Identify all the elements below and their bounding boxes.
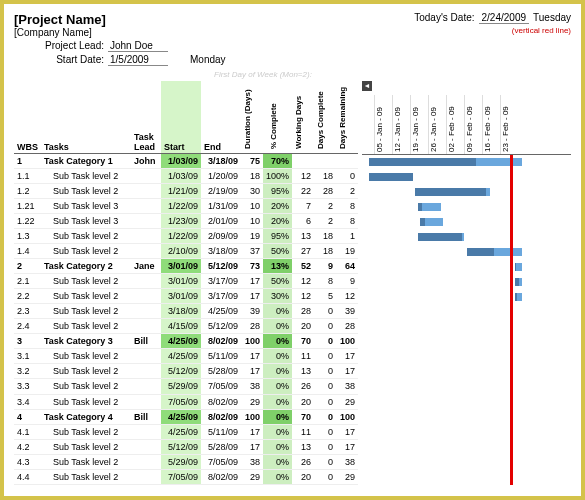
table-row[interactable]: 1.2Sub Task level 21/21/092/19/093095%22…: [14, 183, 358, 198]
table-row[interactable]: 4.2Sub Task level 25/12/095/28/09170%130…: [14, 439, 358, 454]
gantt-row: [362, 245, 571, 260]
col-lead[interactable]: Task Lead: [131, 81, 161, 153]
col-start[interactable]: Start: [161, 81, 201, 153]
lead-label: Project Lead:: [14, 40, 104, 51]
col-days-remaining[interactable]: Days Remaining: [336, 81, 358, 153]
gantt-body: [362, 155, 571, 485]
col-wbs[interactable]: WBS: [14, 81, 41, 153]
schedule-table: WBS Tasks Task Lead Start End Duration (…: [14, 81, 358, 485]
gantt-date-col: 02 - Feb - 09: [446, 95, 464, 154]
gantt-row: [362, 425, 571, 440]
gantt-row: [362, 305, 571, 320]
start-date-value[interactable]: 1/5/2009: [108, 54, 168, 66]
table-row[interactable]: 1.3Sub Task level 21/22/092/09/091995%13…: [14, 228, 358, 243]
table-row[interactable]: 3.3Sub Task level 25/29/097/05/09380%260…: [14, 379, 358, 394]
table-row[interactable]: 3.1Sub Task level 24/25/095/11/09170%110…: [14, 349, 358, 364]
gantt-date-col: 09 - Feb - 09: [464, 95, 482, 154]
gantt-row: [362, 215, 571, 230]
start-date-label: Start Date:: [14, 54, 104, 65]
gantt-date-col: 12 - Jan - 09: [392, 95, 410, 154]
vertical-red-note: (vertical red line): [414, 26, 571, 35]
gantt-row: [362, 185, 571, 200]
company-name: [Company Name]: [14, 27, 106, 38]
today-date[interactable]: 2/24/2009: [479, 12, 530, 24]
gantt-row: [362, 290, 571, 305]
gantt-header: ◄ 05 - Jan - 0912 - Jan - 0919 - Jan - 0…: [362, 81, 571, 155]
table-row[interactable]: 1Task Category 1John1/03/093/18/097570%: [14, 153, 358, 168]
table-row[interactable]: 2.1Sub Task level 23/01/093/17/091750%12…: [14, 274, 358, 289]
table-row[interactable]: 3.4Sub Task level 27/05/098/02/09290%200…: [14, 394, 358, 409]
gantt-bar-complete: [515, 293, 517, 301]
gantt-row: [362, 275, 571, 290]
gantt-date-col: 23 - Feb - 09: [500, 95, 518, 154]
table-row[interactable]: 4.1Sub Task level 24/25/095/11/09170%110…: [14, 424, 358, 439]
gantt-chart: ◄ 05 - Jan - 0912 - Jan - 0919 - Jan - 0…: [362, 81, 571, 485]
gantt-bar-complete: [467, 248, 495, 256]
content-area: WBS Tasks Task Lead Start End Duration (…: [14, 81, 571, 485]
gantt-date-col: 26 - Jan - 09: [428, 95, 446, 154]
gantt-row: [362, 365, 571, 380]
table-row[interactable]: 3.2Sub Task level 25/12/095/28/09170%130…: [14, 364, 358, 379]
table-row[interactable]: 1.22Sub Task level 31/23/092/01/091020%6…: [14, 213, 358, 228]
gantt-row: [362, 350, 571, 365]
gantt-row: [362, 260, 571, 275]
gantt-bar-complete: [418, 233, 462, 241]
lead-value[interactable]: John Doe: [108, 40, 168, 52]
col-end[interactable]: End: [201, 81, 241, 153]
gantt-row: [362, 200, 571, 215]
gantt-bar[interactable]: [515, 263, 522, 271]
scroll-left-icon[interactable]: ◄: [362, 81, 372, 91]
gantt-row: [362, 455, 571, 470]
project-name: [Project Name]: [14, 12, 106, 27]
gantt-row: [362, 155, 571, 170]
gantt-date-col: 05 - Jan - 09: [374, 95, 392, 154]
col-pct[interactable]: % Complete: [263, 81, 292, 153]
gantt-bar-complete: [369, 158, 476, 166]
today-redline: [510, 155, 513, 485]
gantt-date-col: 16 - Feb - 09: [482, 95, 500, 154]
table-row[interactable]: 1.21Sub Task level 31/22/091/31/091020%7…: [14, 198, 358, 213]
table-row[interactable]: 4.4Sub Task level 27/05/098/02/09290%200…: [14, 469, 358, 484]
today-day: Tuesday: [533, 12, 571, 23]
table-row[interactable]: 4.3Sub Task level 25/29/097/05/09380%260…: [14, 454, 358, 469]
gantt-row: [362, 335, 571, 350]
col-workdays[interactable]: Working Days: [292, 81, 314, 153]
gantt-row: [362, 380, 571, 395]
table-row[interactable]: 1.1Sub Task level 21/03/091/20/0918100%1…: [14, 168, 358, 183]
gantt-row: [362, 440, 571, 455]
gantt-row: [362, 170, 571, 185]
table-row[interactable]: 2.2Sub Task level 23/01/093/17/091730%12…: [14, 289, 358, 304]
table-row[interactable]: 4Task Category 4Bill4/25/098/02/091000%7…: [14, 409, 358, 424]
gantt-bar-complete: [515, 263, 516, 271]
gantt-bar-complete: [420, 218, 425, 226]
col-duration[interactable]: Duration (Days): [241, 81, 263, 153]
start-day: Monday: [190, 54, 226, 65]
table-row[interactable]: 1.4Sub Task level 22/10/093/18/093750%27…: [14, 243, 358, 258]
gantt-bar-complete: [515, 278, 518, 286]
table-row[interactable]: 3Task Category 3Bill4/25/098/02/091000%7…: [14, 334, 358, 349]
table-row[interactable]: 2.4Sub Task level 24/15/095/12/09280%200…: [14, 319, 358, 334]
gantt-row: [362, 410, 571, 425]
today-label: Today's Date:: [414, 12, 474, 23]
gantt-bar-complete: [418, 203, 423, 211]
gantt-bar-complete: [415, 188, 486, 196]
col-days-complete[interactable]: Days Complete: [314, 81, 336, 153]
gantt-row: [362, 320, 571, 335]
gantt-date-col: 19 - Jan - 09: [410, 95, 428, 154]
col-tasks[interactable]: Tasks: [41, 81, 131, 153]
table-row[interactable]: 2Task Category 2Jane3/01/095/12/097313%5…: [14, 258, 358, 273]
gantt-row: [362, 395, 571, 410]
first-day-note: First Day of Week (Mon=2):: [214, 70, 571, 79]
header-top: [Project Name] [Company Name] Today's Da…: [14, 12, 571, 38]
gantt-bar-complete: [369, 173, 413, 181]
gantt-row: [362, 470, 571, 485]
table-row[interactable]: 2.3Sub Task level 23/18/094/25/09390%280…: [14, 304, 358, 319]
spreadsheet-frame: [Project Name] [Company Name] Today's Da…: [0, 0, 585, 500]
gantt-row: [362, 230, 571, 245]
